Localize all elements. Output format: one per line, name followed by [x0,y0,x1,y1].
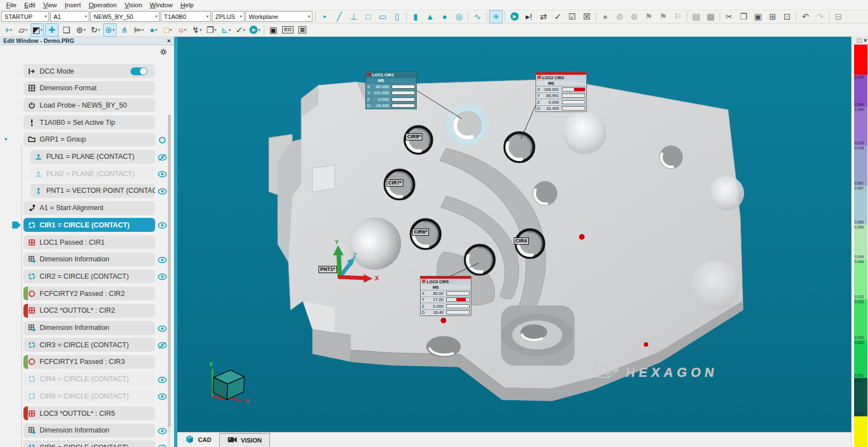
command-item-5[interactable]: GRP1 = Group [23,133,155,147]
execute-feature-icon[interactable]: ▸! [522,10,536,23]
auto-feature-icon[interactable]: ✳ [489,10,503,23]
probe-vector-icon[interactable]: ⋔ [118,23,131,37]
eo-window-icon[interactable]: EO [281,23,295,37]
command-item-1[interactable]: DCC Mode [23,64,155,78]
tab-vision[interactable]: VISION [219,433,270,447]
counterbore-feature[interactable] [501,305,575,366]
cut-icon[interactable]: ✂ [722,10,736,23]
eye-icon[interactable] [157,136,167,143]
plane-feature-icon[interactable]: ⊥ [347,10,360,23]
command-item-15[interactable]: LOC2 *OUTTOL* : CIR2 [23,304,155,318]
command-item-9[interactable]: A1 = Start Alignment [23,201,155,215]
cad-part-3d[interactable]: HEXAGON Y Z X Y X [177,37,851,432]
command-item-2[interactable]: Dimension Format [23,81,155,95]
close-icon[interactable]: × [167,37,171,44]
tip-combo[interactable]: T1A0B0▾ [161,11,211,22]
eye-icon[interactable] [157,427,167,434]
translate-view-icon[interactable]: ⊕▾ [103,23,117,37]
menu-operation[interactable]: Operation [85,2,121,8]
command-item-7[interactable]: PLN2 = PLANE (CONTACT) [30,167,155,181]
pattern-icon[interactable]: ⊞ [766,10,779,23]
circle-feature-icon[interactable]: □ [361,10,375,23]
gage-rect-icon[interactable]: □▾ [161,23,175,37]
dimension-label-loc3-cir5[interactable]: LOC3 CIR5MSX80.00Y17.00Z0.000D16.40 [420,276,471,316]
dimension-label-loc2-cir2[interactable]: LOC2 CIR2MSX108.991Y88.991Z0.000D16.400 [536,72,587,112]
paste-pattern-icon[interactable]: ⊡ [780,10,794,23]
scale-close-icon[interactable]: × [864,38,867,43]
eye-icon[interactable] [157,273,167,280]
copy-icon[interactable]: ❐ [737,10,750,23]
command-item-8[interactable]: PNT1 = VECTOR POINT (CONTACT) [30,184,155,198]
command-item-21[interactable]: LOC3 *OUTTOL* : CIR5 [23,406,155,420]
mark-document-icon[interactable]: ☑ [566,10,579,23]
workplane-combo[interactable]: Workplane▾ [245,11,312,22]
command-item-18[interactable]: FCFCIRTY1 Passed : CIR3 [23,355,155,369]
report-list-icon[interactable]: ▤ [689,10,703,23]
a1-combo[interactable]: A1▾ [50,11,89,22]
hole-feature[interactable] [659,145,683,169]
bookmark-remove-icon[interactable]: ⚐ [671,10,684,23]
measured-hole-feature[interactable] [505,133,534,162]
unmark-document-icon[interactable]: ☒ [580,10,594,23]
loop-icon[interactable]: ⇄ [537,10,550,23]
orientation-cube[interactable]: Y X [209,362,249,404]
bookmark-add-icon[interactable]: ⚑ [657,10,670,23]
dcc-mode-toggle[interactable] [131,67,147,75]
command-item-14[interactable]: FCFCIRTY2 Passed : CIR2 [23,286,155,300]
command-item-19[interactable]: CIR4 = CIRCLE (CONTACT) [23,372,155,386]
eye-slash-icon[interactable] [157,341,167,348]
line-feature-icon[interactable]: ╱ [332,10,346,23]
gage-circle-icon[interactable]: ○▾ [176,23,189,37]
probe-combo[interactable]: NEW5_BY_50▾ [90,11,160,22]
report-window-icon[interactable]: ▦ [704,10,717,23]
mark-done-icon[interactable]: ✓ [551,10,565,23]
eye-icon[interactable] [157,170,167,177]
eye-icon[interactable] [157,376,167,383]
probe-mode-icon[interactable]: ⌖▾ [2,23,15,37]
graphics-viewport[interactable]: HEXAGON Y Z X Y X [177,37,851,432]
feature-tag-cir4[interactable]: CIR4 [514,237,529,245]
snapshot-camera-icon[interactable]: ▣ [267,23,280,37]
optimize-path-icon[interactable]: ⊛▾ [74,23,88,37]
point-feature-icon[interactable]: • [318,10,331,23]
eye-icon[interactable] [157,256,167,263]
command-item-3[interactable]: Load Probe - NEW5_BY_50 [23,98,155,112]
histogram-window-icon[interactable]: ▥ [296,23,309,37]
curve-feature-icon[interactable]: ∿ [471,10,484,23]
square-slot-feature-icon[interactable]: ▯ [390,10,404,23]
workplane-axis-combo[interactable]: ZPLUS▾ [212,11,244,22]
eye-icon[interactable] [157,444,167,447]
eye-icon[interactable] [157,392,167,400]
hole-feature[interactable] [533,181,557,206]
command-item-20[interactable]: CIR5 = CIRCLE (CONTACT) [23,389,155,403]
menu-file[interactable]: File [2,2,21,8]
command-item-4[interactable]: T1A0B0 = Set Active Tip [23,115,155,129]
sphere-feature-icon[interactable]: ● [438,10,451,23]
rotate-view-icon[interactable]: ↻▾ [89,23,102,37]
round-slot-feature-icon[interactable]: ▭ [376,10,389,23]
command-item-22[interactable]: Dimension Information [23,424,155,438]
menu-help[interactable]: Help [176,2,197,8]
eye-slash-icon[interactable] [157,153,167,161]
command-item-16[interactable]: Dimension Information [23,321,155,335]
redo-icon[interactable]: ↷ [813,10,827,23]
menu-insert[interactable]: Insert [61,2,85,8]
eye-icon[interactable] [157,221,167,229]
comment-icon[interactable]: ❏ [60,23,73,37]
feature-tag-pnt1[interactable]: PNT1* [319,266,337,273]
sidebar-scrollbar[interactable] [168,115,171,447]
command-item-6[interactable]: PLN1 = PLANE (CONTACT) [30,150,155,164]
torus-feature-icon[interactable]: ◎ [452,10,466,23]
cylinder-feature-icon[interactable]: ▮ [409,10,422,23]
sphere-mode-icon[interactable]: ● [599,10,612,23]
command-item-10[interactable]: CIR1 = CIRCLE (CONTACT) [23,218,155,232]
menu-view[interactable]: View [39,2,61,8]
feature-tag-cir6[interactable]: CIR6* [412,229,429,236]
view-setup-icon[interactable]: ▱▾ [16,23,30,37]
execute-program-icon[interactable]: ▶ [508,10,521,23]
quick-align-icon[interactable]: ↯▾ [190,23,204,37]
command-item-13[interactable]: CIR2 = CIRCLE (CONTACT) [23,269,155,283]
feature-tag-cir8[interactable]: CIR8* [406,133,422,140]
dome-feature[interactable] [691,261,740,310]
menu-vision[interactable]: Vision [120,2,146,8]
